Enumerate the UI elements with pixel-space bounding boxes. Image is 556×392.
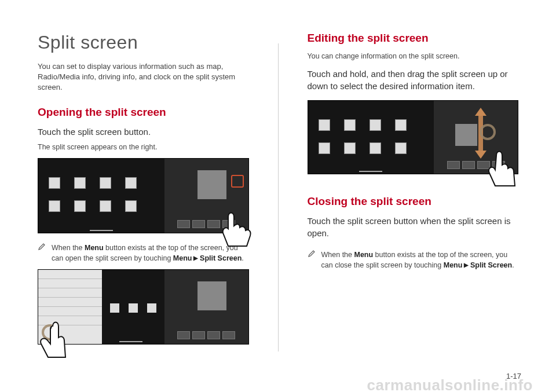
heading-closing: Closing the split screen [308,195,519,208]
figure-main-panel [308,101,434,174]
closing-sub: Touch the split screen button when the s… [308,215,519,239]
page-title: Split screen [38,32,249,53]
note-closing: When the Menu button exists at the top o… [308,250,519,270]
note-opening: When the Menu button exists at the top o… [38,243,249,263]
figure-mid-panel [102,270,160,344]
figure-side-panel [164,270,248,344]
heading-opening: Opening the split screen [38,106,249,119]
editing-small: You can change information on the split … [308,52,519,62]
editing-sub: Touch and hold, and then drag the split … [308,68,519,92]
intro-text: You can set to display various informati… [38,61,249,93]
heading-editing: Editing the split screen [308,32,519,45]
figure-opening-1 [38,158,249,233]
note-text: When the Menu button exists at the top o… [321,250,519,270]
figure-main-panel [38,159,164,233]
opening-sub: Touch the split screen button. [38,126,249,138]
figure-opening-2 [38,269,249,345]
figure-side-panel [434,101,518,174]
figure-side-panel [164,159,248,233]
figure-editing [308,100,519,174]
highlight-box [231,175,244,188]
right-column: Editing the split screen You can change … [308,32,519,375]
touch-ring-icon [480,124,496,140]
column-divider [278,43,279,351]
pencil-icon [308,250,316,258]
pencil-icon [38,243,46,251]
figure-grid-icons [319,119,407,154]
figure-grid-icons [49,177,137,212]
note-text: When the Menu button exists at the top o… [52,243,249,263]
left-column: Split screen You can set to display vari… [38,32,249,375]
opening-small: The split screen appears on the right. [38,142,249,153]
watermark: carmanualsonline.info [367,376,533,392]
